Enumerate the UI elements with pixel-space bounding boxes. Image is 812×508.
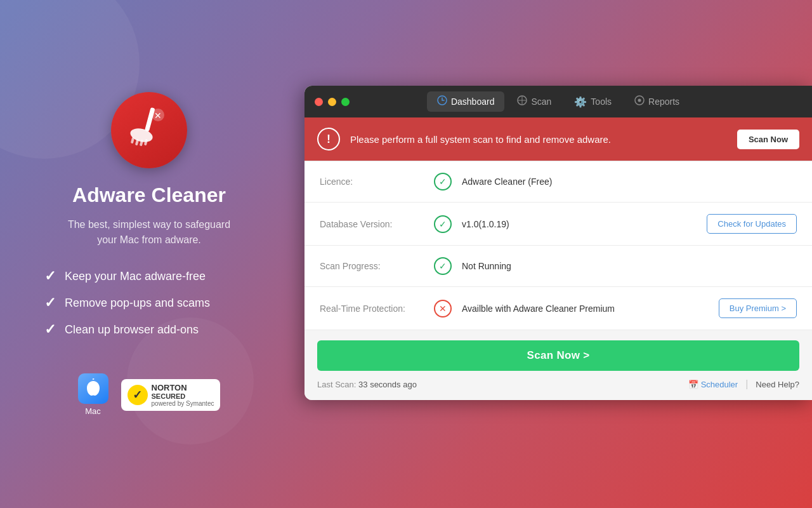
close-button[interactable]: [315, 98, 323, 106]
norton-check-icon: ✓: [128, 385, 148, 405]
scan-now-button[interactable]: Scan Now: [737, 130, 799, 149]
alert-icon: !: [317, 128, 340, 150]
footer-divider: |: [745, 378, 748, 390]
svg-text:✕: ✕: [154, 110, 162, 121]
scan-progress-value: Not Running: [462, 261, 797, 271]
scan-progress-label: Scan Progress:: [320, 261, 434, 271]
app-icon: ✕: [124, 102, 174, 158]
tab-dashboard[interactable]: Dashboard: [427, 91, 505, 112]
realtime-protection-label: Real-Time Protection:: [320, 304, 434, 314]
mac-icon: [78, 373, 108, 404]
norton-sub: powered by Symantec: [152, 400, 214, 407]
database-label: Database Version:: [320, 219, 434, 229]
feature-label-1: Keep your Mac adware-free: [65, 270, 206, 283]
dashboard-icon: [437, 95, 447, 108]
tab-tools-label: Tools: [591, 97, 612, 107]
database-value: v1.0(1.0.19): [462, 219, 707, 229]
titlebar: Dashboard Scan ⚙️ Tools: [304, 86, 812, 117]
realtime-protection-value: Availble with Adware Cleaner Premium: [462, 304, 719, 314]
feature-item-2: ✓ Remove pop-ups and scams: [44, 295, 210, 311]
traffic-lights: [315, 98, 350, 106]
svg-rect-3: [135, 139, 139, 146]
app-window: Dashboard Scan ⚙️ Tools: [304, 86, 812, 400]
svg-rect-2: [131, 137, 134, 144]
norton-name: NORTON: [152, 383, 214, 392]
realtime-protection-status-icon: ✕: [434, 300, 452, 318]
licence-row: Licence: ✓ Adware Cleaner (Free): [304, 161, 812, 203]
mac-badge: Mac: [78, 373, 108, 416]
app-subtitle: The best, simplest way to safeguard your…: [60, 217, 238, 248]
feature-item-1: ✓ Keep your Mac adware-free: [44, 268, 210, 284]
tab-scan-label: Scan: [531, 97, 551, 107]
badges-row: Mac ✓ NORTON SECURED powered by Symantec: [78, 373, 221, 416]
alert-text: Please perform a full system scan to fin…: [350, 134, 727, 145]
reports-icon: [634, 95, 645, 108]
alert-banner: ! Please perform a full system scan to f…: [304, 117, 812, 161]
need-help-link[interactable]: Need Help?: [756, 380, 799, 389]
last-scan-label: Last Scan:: [317, 380, 356, 389]
tab-dashboard-label: Dashboard: [451, 97, 495, 107]
last-scan-info: Last Scan: 33 seconds ago: [317, 380, 417, 389]
footer-row: Last Scan: 33 seconds ago 📅 Scheduler | …: [317, 378, 799, 390]
scan-icon: [517, 95, 527, 108]
scan-progress-status-icon: ✓: [434, 257, 452, 275]
tools-icon: ⚙️: [574, 96, 587, 108]
database-status-icon: ✓: [434, 215, 452, 233]
app-title: Adware Cleaner: [72, 184, 226, 207]
feature-label-3: Clean up browser add-ons: [65, 323, 199, 337]
check-icon-2: ✓: [44, 295, 56, 311]
tab-tools[interactable]: ⚙️ Tools: [564, 92, 622, 112]
scheduler-label: Scheduler: [701, 380, 738, 389]
mac-label: Mac: [85, 406, 101, 416]
check-icon-1: ✓: [44, 268, 56, 284]
minimize-button[interactable]: [328, 98, 336, 106]
maximize-button[interactable]: [341, 98, 350, 106]
last-scan-value: 33 seconds ago: [358, 380, 417, 389]
calendar-icon: 📅: [688, 380, 698, 389]
footer-links: 📅 Scheduler | Need Help?: [688, 378, 799, 390]
nav-tabs: Dashboard Scan ⚙️ Tools: [315, 91, 802, 112]
app-icon-svg: ✕: [124, 102, 174, 153]
norton-secured: SECURED: [152, 392, 214, 400]
tab-reports-label: Reports: [648, 97, 679, 107]
realtime-protection-row: Real-Time Protection: ✕ Availble with Ad…: [304, 287, 812, 330]
feature-label-2: Remove pop-ups and scams: [65, 297, 210, 310]
licence-value: Adware Cleaner (Free): [462, 177, 797, 187]
app-icon-wrapper: ✕: [111, 92, 187, 168]
database-row: Database Version: ✓ v1.0(1.0.19) Check f…: [304, 203, 812, 246]
licence-status-icon: ✓: [434, 173, 452, 190]
norton-text: NORTON SECURED powered by Symantec: [152, 383, 214, 407]
check-updates-button[interactable]: Check for Updates: [707, 214, 797, 234]
svg-point-13: [638, 99, 641, 102]
feature-item-3: ✓ Clean up browser add-ons: [44, 321, 210, 338]
left-panel: ✕ Adware Cleaner The best, simplest way …: [0, 0, 298, 508]
scheduler-link[interactable]: 📅 Scheduler: [688, 380, 738, 389]
tab-reports[interactable]: Reports: [624, 91, 690, 112]
buy-premium-button[interactable]: Buy Premium >: [719, 298, 797, 318]
features-list: ✓ Keep your Mac adware-free ✓ Remove pop…: [25, 268, 210, 348]
check-icon-3: ✓: [44, 321, 56, 338]
licence-label: Licence:: [320, 177, 434, 187]
content-area: Licence: ✓ Adware Cleaner (Free) Databas…: [304, 161, 812, 330]
scan-now-big-button[interactable]: Scan Now >: [317, 340, 799, 371]
scan-progress-row: Scan Progress: ✓ Not Running: [304, 246, 812, 287]
norton-badge: ✓ NORTON SECURED powered by Symantec: [121, 379, 221, 411]
tab-scan[interactable]: Scan: [507, 91, 561, 112]
bottom-section: Scan Now > Last Scan: 33 seconds ago 📅 S…: [304, 330, 812, 400]
